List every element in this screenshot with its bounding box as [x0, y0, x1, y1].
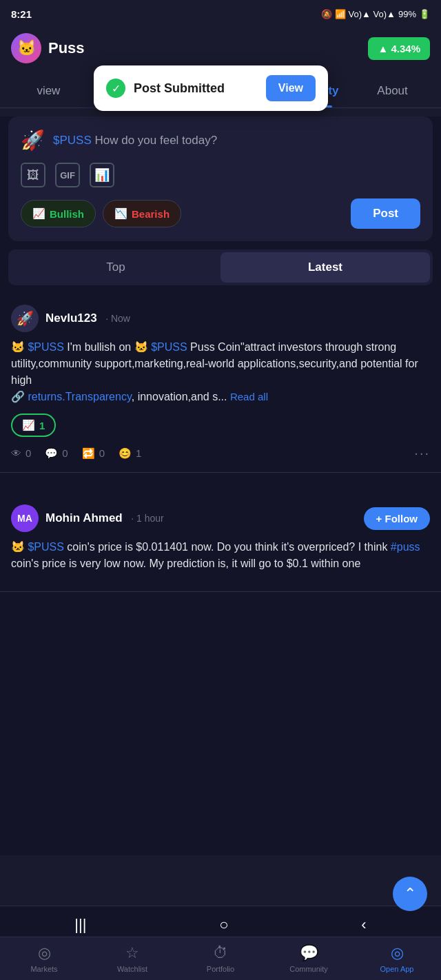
- post-create-header: 🚀 $PUSS How do you feel today?: [21, 129, 420, 152]
- markets-nav-icon: ◎: [38, 944, 51, 962]
- bearish-icon: 📉: [114, 207, 127, 220]
- system-nav-back[interactable]: ‹: [361, 916, 366, 934]
- post2-ticker: $PUSS: [28, 541, 63, 553]
- comments-count: 0: [62, 447, 68, 459]
- image-icon[interactable]: 🖼: [21, 163, 45, 187]
- main-content: 🚀 $PUSS How do you feel today? 🖼 GIF 📊 📈…: [0, 116, 441, 855]
- tab-view[interactable]: view: [6, 74, 92, 108]
- app-logo: 🐱: [11, 33, 41, 63]
- community-nav-label: Community: [289, 965, 328, 973]
- openapp-nav-icon: ◎: [391, 944, 404, 962]
- reactions-count: 1: [136, 447, 141, 459]
- openapp-nav-label: Open App: [380, 965, 414, 973]
- read-all-link[interactable]: Read all: [230, 391, 268, 402]
- bottom-nav-watchlist[interactable]: ☆ Watchlist: [88, 937, 176, 980]
- bottom-nav-openapp[interactable]: ◎ Open App: [353, 937, 441, 980]
- post1-avatar: 🚀: [11, 305, 39, 332]
- reaction-icon: 😊: [119, 447, 132, 460]
- markets-nav-label: Markets: [30, 965, 57, 973]
- repost-icon: 🔁: [82, 447, 95, 460]
- sentiment-up-icon: 📈: [22, 419, 35, 431]
- toast-view-button[interactable]: View: [266, 75, 316, 101]
- post1-ticker2: $PUSS: [151, 341, 187, 353]
- bullish-icon: 📈: [32, 207, 45, 220]
- toast-overlay: ✓ Post Submitted View: [83, 65, 441, 111]
- views-count: 0: [25, 447, 31, 459]
- post-submit-button[interactable]: Post: [351, 198, 420, 229]
- follow-button[interactable]: + Follow: [364, 507, 430, 530]
- post2-avatar: MA: [11, 504, 39, 532]
- post-create-box: 🚀 $PUSS How do you feel today? 🖼 GIF 📊 📈…: [8, 116, 433, 241]
- post1-header: 🚀 Nevlu123 · Now: [11, 305, 430, 332]
- gif-icon[interactable]: GIF: [55, 163, 80, 187]
- price-badge: ▲ 4.34%: [368, 37, 430, 60]
- system-nav-menu[interactable]: |||: [74, 916, 86, 934]
- status-time: 8:21: [11, 8, 32, 20]
- views-stat: 👁 0: [11, 447, 31, 459]
- toggle-tab-top[interactable]: Top: [11, 252, 220, 283]
- post2-content: 🐱 $PUSS coin's price is $0.011401 now. D…: [11, 539, 430, 572]
- status-bar: 8:21 🔕 📶 Vo)▲ Vo)▲ 99%🔋: [0, 0, 441, 28]
- post-ticker: $PUSS: [53, 134, 92, 147]
- post2-meta: Mohin Ahmed · 1 hour: [45, 511, 357, 525]
- header-left: 🐱 Puss: [11, 33, 85, 63]
- toast-message: Post Submitted: [134, 81, 258, 96]
- bottom-nav-markets[interactable]: ◎ Markets: [0, 937, 88, 980]
- eye-icon: 👁: [11, 447, 21, 459]
- status-battery: 99%: [398, 9, 416, 19]
- reposts-stat[interactable]: 🔁 0: [82, 447, 105, 460]
- sentiment-buttons: 📈 Bullish 📉 Bearish: [21, 200, 181, 227]
- post2-hashtag: #puss: [391, 541, 420, 553]
- toggle-tab-latest[interactable]: Latest: [220, 252, 430, 283]
- scroll-to-top-button[interactable]: ⌃: [393, 877, 427, 911]
- comments-stat[interactable]: 💬 0: [45, 447, 68, 460]
- more-options-icon[interactable]: ···: [414, 445, 430, 461]
- watchlist-nav-icon: ☆: [125, 944, 139, 962]
- community-nav-icon: 💬: [300, 944, 318, 962]
- post1-stats: 👁 0 💬 0 🔁 0 😊 1 ···: [11, 445, 430, 461]
- post2-item: MA Mohin Ahmed · 1 hour + Follow 🐱 $PUSS…: [0, 493, 441, 592]
- price-change: ▲ 4.34%: [378, 43, 420, 54]
- post-buttons: 📈 Bullish 📉 Bearish Post: [21, 198, 420, 229]
- post2-header: MA Mohin Ahmed · 1 hour + Follow: [11, 504, 430, 532]
- post-actions: 🖼 GIF 📊: [21, 163, 420, 187]
- watchlist-nav-label: Watchlist: [117, 965, 147, 973]
- bottom-nav: ◎ Markets ☆ Watchlist ⏱ Portfolio 💬 Comm…: [0, 937, 441, 980]
- post1-ticker1: $PUSS: [28, 341, 63, 353]
- bottom-nav-community[interactable]: 💬 Community: [265, 937, 353, 980]
- app-title: Puss: [48, 39, 85, 57]
- bullish-label: Bullish: [50, 208, 84, 220]
- toggle-tabs: Top Latest: [8, 249, 433, 285]
- rocket-icon: 🚀: [21, 129, 45, 152]
- reactions-stat[interactable]: 😊 1: [119, 447, 141, 460]
- bullish-button[interactable]: 📈 Bullish: [21, 200, 96, 227]
- post-placeholder[interactable]: $PUSS How do you feel today?: [53, 134, 217, 147]
- toast-check-icon: ✓: [106, 79, 125, 98]
- portfolio-nav-icon: ⏱: [213, 944, 228, 962]
- comment-icon: 💬: [45, 447, 58, 460]
- post1-meta: Nevlu123 · Now: [45, 312, 430, 325]
- bottom-nav-portfolio[interactable]: ⏱ Portfolio: [176, 937, 265, 980]
- portfolio-nav-label: Portfolio: [207, 965, 234, 973]
- post1-content: 🐱 $PUSS I'm bullish on 🐱 $PUSS Puss Coin…: [11, 339, 430, 405]
- sentiment-count: 1: [39, 420, 45, 431]
- poll-icon[interactable]: 📊: [90, 163, 114, 187]
- toast: ✓ Post Submitted View: [94, 65, 328, 111]
- spacer: [0, 473, 441, 493]
- post1-link[interactable]: 🔗 returns.Transparency: [11, 391, 132, 402]
- post2-username[interactable]: Mohin Ahmed: [45, 511, 123, 524]
- status-signal: 🔕 📶 Vo)▲ Vo)▲: [321, 9, 396, 19]
- post2-time: · 1 hour: [131, 513, 163, 524]
- reposts-count: 0: [99, 447, 105, 459]
- bearish-button[interactable]: 📉 Bearish: [103, 200, 181, 227]
- bearish-label: Bearish: [132, 208, 170, 220]
- app-header: 🐱 Puss ▲ 4.34% ✓ Post Submitted View: [0, 28, 441, 69]
- post1-time: · Now: [105, 313, 130, 324]
- post-placeholder-text: How do you feel today?: [94, 134, 217, 147]
- system-nav-home[interactable]: ○: [219, 916, 228, 934]
- post-item: 🚀 Nevlu123 · Now 🐱 $PUSS I'm bullish on …: [0, 294, 441, 473]
- post1-username[interactable]: Nevlu123: [45, 312, 97, 325]
- post1-sentiment-badge[interactable]: 📈 1: [11, 414, 56, 437]
- status-right: 🔕 📶 Vo)▲ Vo)▲ 99%🔋: [321, 9, 430, 19]
